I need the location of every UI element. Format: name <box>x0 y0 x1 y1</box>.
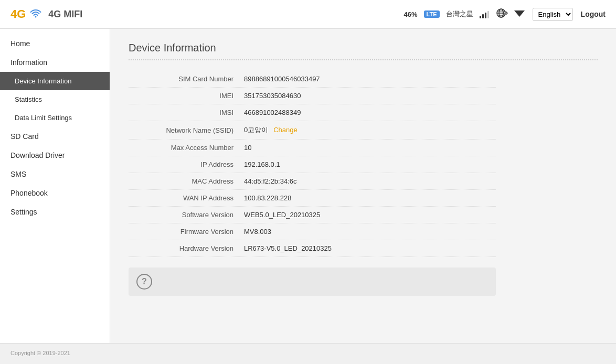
info-label: SIM Card Number <box>129 75 244 83</box>
sidebar-item-sd-card[interactable]: SD Card <box>0 127 110 146</box>
signal-bars <box>480 10 489 18</box>
brand-name: 4G MIFI <box>48 9 82 20</box>
info-row: Max Access Number10 <box>129 140 496 156</box>
globe-icon[interactable] <box>495 8 508 21</box>
info-row: Network Name (SSID)0고양이Change <box>129 121 496 140</box>
info-value: 10 <box>244 144 251 152</box>
sidebar-item-data-limit-settings[interactable]: Data Limit Settings <box>0 109 110 127</box>
main-layout: Home Information Device Information Stat… <box>0 29 616 343</box>
info-label: Network Name (SSID) <box>129 126 244 134</box>
battery-percentage: 46% <box>404 10 418 18</box>
info-label: IMSI <box>129 109 244 116</box>
help-box: ? <box>129 267 496 296</box>
info-value: 44:d5:f2:2b:34:6c <box>244 177 296 185</box>
info-value: WEB5.0_LED_20210325 <box>244 211 320 219</box>
info-label: MAC Address <box>129 177 244 185</box>
info-row: IP Address192.168.0.1 <box>129 156 496 173</box>
info-value: 0고양이Change <box>244 125 298 135</box>
logo: 4G 4G MIFI <box>10 7 82 21</box>
info-label: Software Version <box>129 211 244 219</box>
sidebar-item-settings[interactable]: Settings <box>0 202 110 221</box>
svg-marker-5 <box>514 10 525 17</box>
info-label: Firmware Version <box>129 228 244 235</box>
logout-button[interactable]: Logout <box>581 10 606 18</box>
info-label: Max Access Number <box>129 144 244 152</box>
info-value: MV8.003 <box>244 228 271 235</box>
language-select[interactable]: English <box>533 8 573 21</box>
info-row: Hardware VersionLR673-V5.0_LED_20210325 <box>129 240 496 257</box>
signal-bar-3 <box>485 13 486 18</box>
signal-bar-4 <box>487 11 489 18</box>
change-ssid-link[interactable]: Change <box>273 126 298 134</box>
sidebar-item-home[interactable]: Home <box>0 34 110 53</box>
sidebar-item-phonebook[interactable]: Phonebook <box>0 184 110 202</box>
sidebar-item-sms[interactable]: SMS <box>0 165 110 184</box>
info-label: Hardware Version <box>129 244 244 252</box>
info-row: MAC Address44:d5:f2:2b:34:6c <box>129 173 496 190</box>
info-value: 89886891000546033497 <box>244 75 320 83</box>
network-type-badge: LTE <box>424 10 440 18</box>
info-label: WAN IP Address <box>129 194 244 202</box>
logo-4g-text: 4G <box>10 7 26 21</box>
wifi-icon <box>30 9 41 19</box>
sidebar-item-download-driver[interactable]: Download Driver <box>0 146 110 165</box>
signal-bar-2 <box>482 14 484 18</box>
header: 4G 4G MIFI 46% LTE 台灣之星 <box>0 0 616 29</box>
copyright-text: Copyright © 2019-2021 <box>10 350 70 356</box>
info-row: SIM Card Number89886891000546033497 <box>129 71 496 88</box>
info-value: LR673-V5.0_LED_20210325 <box>244 244 332 252</box>
info-value: 351753035084630 <box>244 92 301 100</box>
page-title: Device Information <box>129 42 598 60</box>
status-bar: 46% LTE 台灣之星 <box>404 8 525 21</box>
info-row: IMSI466891002488349 <box>129 104 496 121</box>
sidebar-item-statistics[interactable]: Statistics <box>0 90 110 109</box>
sidebar-item-device-information[interactable]: Device Information <box>0 72 110 90</box>
info-value: 466891002488349 <box>244 109 301 116</box>
content-area: Device Information SIM Card Number898868… <box>110 29 616 343</box>
logo-4g: 4G <box>10 7 26 21</box>
info-label: IMEI <box>129 92 244 100</box>
info-row: Software VersionWEB5.0_LED_20210325 <box>129 207 496 223</box>
info-row: IMEI351753035084630 <box>129 88 496 104</box>
info-value: 192.168.0.1 <box>244 160 280 168</box>
footer: Copyright © 2019-2021 <box>0 343 616 362</box>
info-row: WAN IP Address100.83.228.228 <box>129 190 496 207</box>
device-info-table: SIM Card Number89886891000546033497IMEI3… <box>129 71 496 257</box>
info-row: Firmware VersionMV8.003 <box>129 223 496 240</box>
info-value: 100.83.228.228 <box>244 194 291 202</box>
wifi-strength-icon <box>514 9 525 19</box>
sidebar: Home Information Device Information Stat… <box>0 29 110 343</box>
header-right: 46% LTE 台灣之星 <box>404 8 606 21</box>
signal-bar-1 <box>480 16 481 18</box>
help-icon[interactable]: ? <box>136 274 152 290</box>
carrier-name: 台灣之星 <box>446 9 473 19</box>
sidebar-item-information[interactable]: Information <box>0 53 110 72</box>
info-label: IP Address <box>129 160 244 168</box>
